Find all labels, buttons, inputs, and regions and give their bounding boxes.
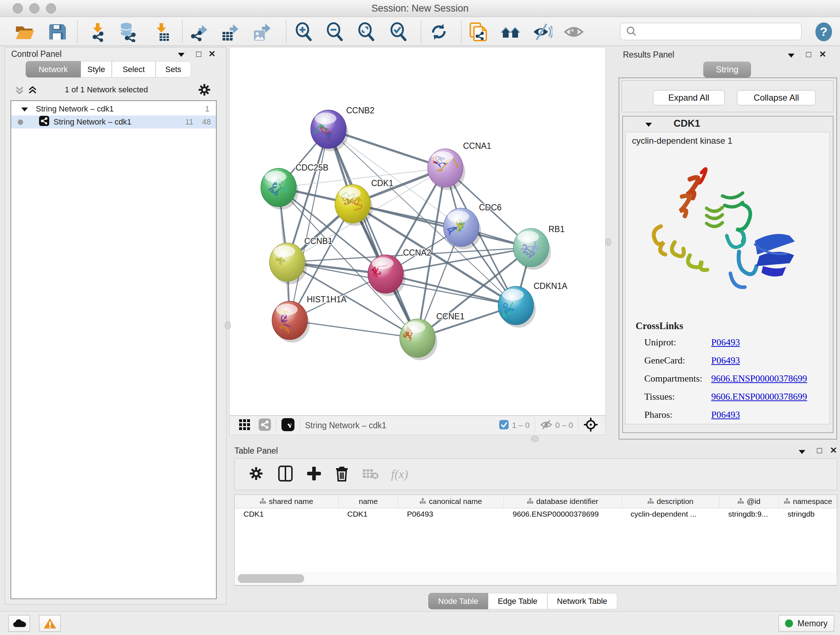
- column-header-description[interactable]: description: [622, 495, 720, 508]
- new-view-icon[interactable]: [281, 418, 294, 432]
- table-row[interactable]: CDK1CDK1P064939606.ENSP00000378699cyclin…: [235, 508, 837, 520]
- network-share-icon[interactable]: [259, 418, 271, 432]
- show-columns-icon[interactable]: [278, 466, 293, 483]
- tab-network-table[interactable]: Network Table: [547, 593, 617, 609]
- hide-selected-eye-slash-icon[interactable]: [532, 21, 553, 42]
- float-panel-icon[interactable]: [799, 449, 805, 455]
- crosslink-value[interactable]: P06493: [711, 355, 740, 366]
- zoom-selected-icon[interactable]: [388, 21, 409, 42]
- column-header-name[interactable]: name: [339, 495, 398, 508]
- node-label-CCNA2: CCNA2: [403, 248, 431, 257]
- network-canvas[interactable]: CCNB2CCNA1CDC25BCDK1CDC6RB1CCNB1CCNA2CDK…: [229, 47, 606, 416]
- network-node-CDK1[interactable]: CDK1: [335, 179, 393, 226]
- network-node-CCNA1[interactable]: CCNA1: [428, 141, 491, 190]
- crosslink-label: Uniprot:: [644, 337, 711, 348]
- tab-select[interactable]: Select: [112, 61, 156, 78]
- network-node-HIST1H1A[interactable]: HIST1H1A: [272, 295, 347, 342]
- column-label: namespace: [793, 497, 832, 506]
- fit-selected-crosshair-icon[interactable]: [584, 417, 598, 433]
- expand-all-networks-icon[interactable]: [27, 84, 38, 97]
- float-panel-icon[interactable]: [178, 52, 185, 58]
- expand-all-button[interactable]: Expand All: [653, 90, 725, 105]
- crosslink-value[interactable]: 9606.ENSP00000378699: [711, 391, 807, 402]
- collapse-all-button[interactable]: Collapse All: [737, 90, 816, 105]
- cell-name[interactable]: CDK1: [339, 508, 398, 520]
- maximize-panel-icon[interactable]: □: [196, 49, 202, 59]
- warning-button[interactable]: [39, 615, 61, 632]
- network-options-gear-icon[interactable]: [197, 83, 211, 98]
- network-node-CDC6[interactable]: CDC6: [444, 203, 502, 249]
- table-options-gear-icon[interactable]: [248, 466, 264, 483]
- zoom-out-icon[interactable]: [325, 21, 346, 42]
- tab-network[interactable]: Network: [26, 61, 81, 78]
- column-header-shared-name[interactable]: shared name: [235, 495, 339, 508]
- crosslink-value[interactable]: P06493: [711, 409, 740, 420]
- collapse-collection-icon[interactable]: [21, 104, 28, 114]
- column-header-database-identifier[interactable]: database identifier: [504, 495, 622, 508]
- save-session-icon[interactable]: [46, 21, 67, 42]
- collapse-section-icon[interactable]: [645, 122, 652, 128]
- open-session-icon[interactable]: [14, 21, 35, 42]
- add-column-icon[interactable]: [306, 466, 322, 483]
- show-all-eye-icon[interactable]: [563, 21, 584, 42]
- crosslinks-list: Uniprot:P06493GeneCard:P06493Compartment…: [644, 337, 825, 428]
- import-network-database-icon[interactable]: [118, 21, 139, 42]
- apply-layout-icon[interactable]: [428, 21, 449, 42]
- export-image-icon[interactable]: [251, 21, 272, 42]
- column-header--id[interactable]: @id: [720, 495, 779, 508]
- cloud-button[interactable]: [8, 615, 30, 632]
- cell-description[interactable]: cyclin-dependent ...: [622, 508, 720, 520]
- maximize-panel-icon[interactable]: □: [817, 445, 822, 455]
- string-network-graph[interactable]: CCNB2CCNA1CDC25BCDK1CDC6RB1CCNB1CCNA2CDK…: [230, 48, 605, 415]
- string-results-box: Expand All Collapse All CDK1 cyclin-depe…: [619, 78, 837, 440]
- zoom-in-icon[interactable]: [294, 21, 314, 42]
- close-panel-icon[interactable]: ✕: [819, 49, 826, 59]
- crosslink-value[interactable]: 9606.ENSP00000378699: [711, 373, 807, 384]
- crosslink-value[interactable]: P06493: [711, 337, 740, 348]
- cell-canonical-name[interactable]: P06493: [398, 508, 504, 520]
- network-collection-row[interactable]: String Network – cdk1 1: [11, 103, 216, 116]
- float-panel-icon[interactable]: [788, 52, 794, 59]
- column-header-canonical-name[interactable]: canonical name: [398, 495, 504, 508]
- network-node-CDKN1A[interactable]: CDKN1A: [498, 281, 568, 328]
- column-type-icon: [527, 497, 533, 506]
- cell-shared-name[interactable]: CDK1: [235, 508, 339, 520]
- svg-text:?: ?: [820, 25, 828, 38]
- close-panel-icon[interactable]: ✕: [830, 445, 837, 455]
- memory-button[interactable]: Memory: [778, 615, 834, 632]
- zoom-fit-icon[interactable]: [356, 21, 377, 42]
- scrollbar-thumb[interactable]: [238, 574, 304, 583]
- network-node-CDC25B[interactable]: CDC25B: [261, 163, 328, 210]
- tab-string[interactable]: String: [703, 62, 751, 78]
- import-network-file-icon[interactable]: [88, 21, 109, 42]
- export-network-icon[interactable]: [188, 21, 209, 42]
- table-horizontal-scrollbar[interactable]: [234, 572, 837, 585]
- collapse-all-networks-icon[interactable]: [14, 84, 25, 97]
- search-input[interactable]: [641, 27, 801, 36]
- tab-sets[interactable]: Sets: [156, 61, 191, 78]
- bottom-splitter-handle[interactable]: [531, 436, 538, 442]
- delete-column-trash-icon[interactable]: [335, 465, 349, 483]
- network-node-RB1[interactable]: RB1: [513, 225, 565, 270]
- cell-namespace[interactable]: stringdb: [779, 508, 837, 520]
- close-panel-icon[interactable]: ✕: [208, 49, 216, 59]
- network-row[interactable]: String Network – cdk1 11 48: [11, 116, 216, 128]
- maximize-panel-icon[interactable]: □: [806, 49, 812, 59]
- column-header-namespace[interactable]: namespace: [779, 495, 837, 508]
- clone-network-icon[interactable]: [468, 21, 489, 42]
- cell--id[interactable]: stringdb:9...: [720, 508, 779, 520]
- import-table-file-icon[interactable]: [151, 21, 172, 42]
- first-neighbors-icon[interactable]: [500, 21, 521, 42]
- help-icon[interactable]: ?: [813, 21, 834, 42]
- birds-eye-view-icon[interactable]: [238, 418, 251, 432]
- warning-icon: [43, 618, 57, 629]
- tab-edge-table[interactable]: Edge Table: [488, 593, 547, 609]
- selected-checkbox-icon[interactable]: [499, 420, 509, 431]
- tab-node-table[interactable]: Node Table: [428, 593, 488, 609]
- tab-style[interactable]: Style: [81, 61, 112, 78]
- gene-name: CDK1: [674, 118, 700, 129]
- left-splitter-handle[interactable]: [225, 321, 231, 329]
- network-node-CCNB2[interactable]: CCNB2: [311, 106, 374, 151]
- export-table-icon[interactable]: [220, 21, 241, 42]
- cell-database-identifier[interactable]: 9606.ENSP00000378699: [504, 508, 622, 520]
